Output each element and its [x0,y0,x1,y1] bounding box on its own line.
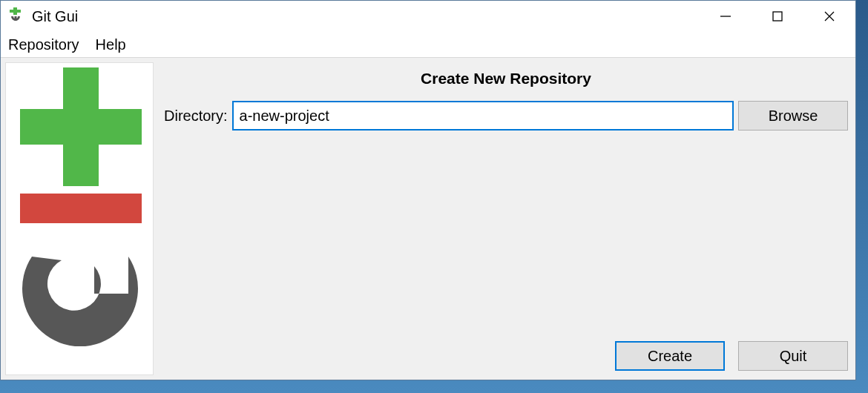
main-panel: Create New Repository Directory: Browse … [161,62,851,375]
directory-input[interactable] [232,101,734,131]
titlebar: Git Gui [1,1,855,32]
page-title: Create New Repository [161,62,851,101]
close-icon [823,10,835,22]
client-area: Create New Repository Directory: Browse … [1,57,855,380]
title-left: Git Gui [7,7,78,25]
app-window: Git Gui Repository Help [0,0,856,380]
window-title: Git Gui [32,8,78,25]
logo-panel [5,62,154,375]
svg-rect-8 [20,109,142,145]
close-button[interactable] [803,1,855,32]
maximize-button[interactable] [752,1,803,32]
git-logo-icon [10,67,149,364]
svg-rect-9 [20,194,142,223]
menubar: Repository Help [1,32,855,57]
minimize-icon [720,10,731,22]
minimize-button[interactable] [700,1,752,32]
quit-button[interactable]: Quit [738,341,848,371]
bottom-buttons: Create Quit [615,341,848,371]
svg-rect-4 [773,12,782,21]
directory-row: Directory: Browse [161,101,851,131]
browse-button[interactable]: Browse [738,101,848,131]
create-button[interactable]: Create [615,341,725,371]
svg-rect-1 [10,10,21,13]
menu-repository[interactable]: Repository [8,36,79,53]
directory-label: Directory: [164,108,228,125]
menu-help[interactable]: Help [96,36,126,53]
window-controls [700,1,855,32]
git-gui-app-icon [7,7,24,25]
maximize-icon [772,10,783,22]
svg-rect-2 [15,16,17,21]
